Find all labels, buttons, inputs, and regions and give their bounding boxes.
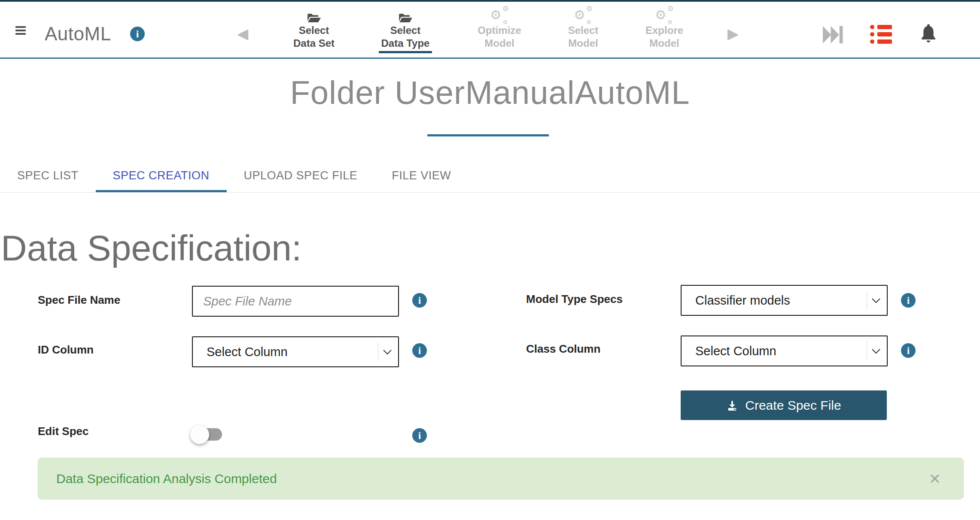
tab-upload-spec-file[interactable]: UPLOAD SPEC FILE <box>227 159 375 193</box>
step-select-data-type[interactable]: Select Data Type <box>368 7 443 53</box>
success-alert: Data Specification Analysis Completed ✕ <box>38 458 964 499</box>
chevron-down-icon <box>867 298 887 303</box>
step-select-data-set[interactable]: Select Data Set <box>276 7 352 50</box>
hamburger-icon[interactable] <box>15 26 27 36</box>
gears-icon: ⚙⚙⚙ <box>627 7 702 24</box>
gears-icon: ⚙⚙⚙ <box>545 7 621 24</box>
info-circle-icon[interactable]: i <box>901 343 916 358</box>
edit-spec-label: Edit Spec <box>38 425 88 438</box>
list-icon[interactable] <box>870 25 892 45</box>
edit-spec-toggle[interactable] <box>191 426 224 443</box>
class-column-select[interactable]: Select Column <box>681 336 888 366</box>
folder-open-icon <box>368 7 443 24</box>
step-label: Explore Model <box>627 24 702 50</box>
tab-bar: SPEC LIST SPEC CREATION UPLOAD SPEC FILE… <box>0 159 980 193</box>
model-type-specs-select[interactable]: Classifier models <box>681 285 888 316</box>
bell-icon[interactable] <box>919 23 938 45</box>
stepper-prev-arrow[interactable]: ◀ <box>237 25 248 42</box>
page-title-underline <box>427 134 549 136</box>
step-label: Select Model <box>545 24 621 50</box>
info-circle-icon[interactable]: i <box>412 293 427 308</box>
chevron-down-icon <box>867 348 887 354</box>
tab-file-view[interactable]: FILE VIEW <box>374 159 468 193</box>
model-type-specs-label: Model Type Specs <box>526 293 623 306</box>
step-optimize-model[interactable]: ⚙⚙⚙ Optimize Model <box>462 7 537 50</box>
id-column-select[interactable]: Select Column <box>192 336 399 367</box>
alert-message: Data Specification Analysis Completed <box>38 472 907 486</box>
tab-spec-list[interactable]: SPEC LIST <box>0 159 96 193</box>
info-circle-icon[interactable]: i <box>130 27 145 41</box>
tabs-divider <box>0 192 980 193</box>
tab-spec-creation[interactable]: SPEC CREATION <box>96 159 227 193</box>
gears-icon: ⚙⚙⚙ <box>462 7 537 24</box>
page-title: Folder UserManualAutoML <box>0 74 980 111</box>
step-label: Select Data Type <box>368 24 443 53</box>
fast-forward-icon[interactable] <box>823 26 843 45</box>
chevron-down-icon <box>378 349 398 355</box>
app-title: AutoML <box>45 23 111 45</box>
info-circle-icon[interactable]: i <box>412 428 427 443</box>
navbar: AutoML i ◀ Select Data Set <box>0 2 980 59</box>
section-heading: Data Specification: <box>1 227 301 269</box>
id-column-label: ID Column <box>38 343 94 357</box>
create-spec-file-button[interactable]: Create Spec File <box>681 390 887 420</box>
step-label: Select Data Set <box>276 24 352 50</box>
step-explore-model[interactable]: ⚙⚙⚙ Explore Model <box>627 7 702 50</box>
class-column-label: Class Column <box>526 342 600 356</box>
info-circle-icon[interactable]: i <box>412 343 427 358</box>
folder-open-icon <box>276 7 352 24</box>
automl-app-screen: AutoML i ◀ Select Data Set <box>0 0 980 520</box>
stepper-next-arrow[interactable]: ▶ <box>727 25 739 42</box>
step-label: Optimize Model <box>462 24 537 50</box>
step-select-model[interactable]: ⚙⚙⚙ Select Model <box>545 7 621 50</box>
info-circle-icon[interactable]: i <box>901 293 916 308</box>
download-icon <box>726 399 738 411</box>
spec-file-name-label: Spec File Name <box>38 293 120 307</box>
spec-file-name-input[interactable] <box>192 286 399 317</box>
close-icon[interactable]: ✕ <box>907 472 964 486</box>
